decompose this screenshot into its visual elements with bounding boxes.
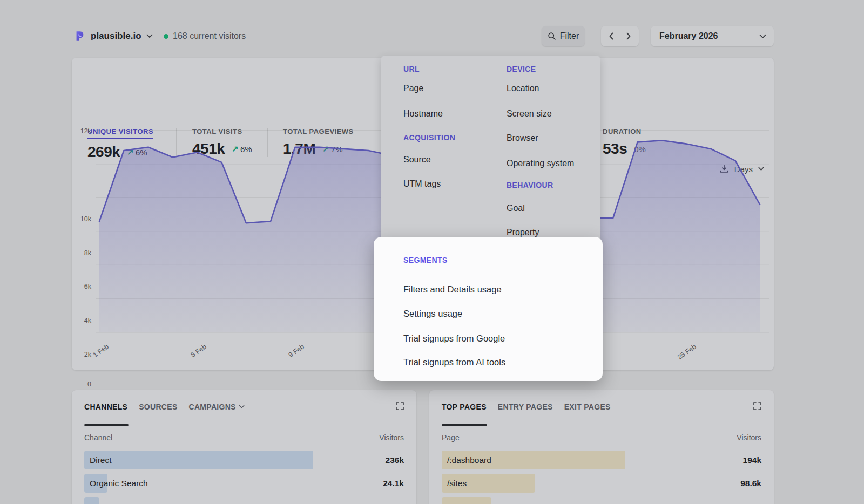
y-tick: 0 xyxy=(74,380,91,388)
filter-dropdown-menu: URL Page Hostname ACQUISITION Source UTM… xyxy=(381,56,600,250)
filter-group-acquisition: ACQUISITION xyxy=(403,133,455,142)
filter-item-hostname[interactable]: Hostname xyxy=(403,109,443,119)
current-visitors[interactable]: 168 current visitors xyxy=(164,26,246,46)
tab-channels[interactable]: CHANNELS xyxy=(84,403,127,411)
segments-spotlight-panel: SEGMENTS Filters and Details usage Setti… xyxy=(374,237,603,381)
segment-settings-usage[interactable]: Settings usage xyxy=(403,309,462,319)
chevron-down-icon xyxy=(146,34,153,38)
filter-item-location[interactable]: Location xyxy=(507,84,539,93)
download-icon[interactable] xyxy=(719,164,729,174)
table-row[interactable]: /sites 98.6k xyxy=(442,474,761,493)
live-dot-icon xyxy=(164,34,168,39)
stat-label: UNIQUE VISITORS xyxy=(87,127,153,139)
stat-value: 53s xyxy=(603,140,627,158)
stat-total-visits[interactable]: TOTAL VISITS 451k ↗6% xyxy=(192,127,252,158)
filter-button-label: Filter xyxy=(560,31,579,41)
chevron-left-icon[interactable] xyxy=(609,32,614,40)
table-row[interactable]: Direct 236k xyxy=(84,451,404,469)
stat-duration[interactable]: DURATION 53s 0% xyxy=(603,127,646,158)
y-tick: 4k xyxy=(74,317,91,324)
filter-item-utm-tags[interactable]: UTM tags xyxy=(403,179,441,189)
filter-button[interactable]: Filter xyxy=(542,26,585,46)
active-tab-underline xyxy=(442,424,487,426)
active-tab-underline xyxy=(84,424,129,426)
row-name: /sites xyxy=(442,479,467,488)
tab-divider xyxy=(442,425,761,425)
interval-controls: Days xyxy=(719,164,764,174)
tab-top-pages[interactable]: TOP PAGES xyxy=(442,403,487,411)
site-switcher[interactable]: plausible.io xyxy=(74,26,153,46)
table-row[interactable]: Organic Search 24.1k xyxy=(84,474,404,493)
filter-item-property[interactable]: Property xyxy=(507,228,539,237)
column-header: Visitors xyxy=(737,433,761,442)
stat-unique-visitors[interactable]: UNIQUE VISITORS 269k ↗6% xyxy=(87,127,153,161)
filter-group-device: DEVICE xyxy=(507,65,536,73)
filter-item-screen-size[interactable]: Screen size xyxy=(507,109,552,119)
row-name: Organic Search xyxy=(84,479,148,488)
up-arrow-icon: ↗ xyxy=(232,144,239,154)
column-header: Page xyxy=(442,433,460,442)
tab-exit-pages[interactable]: EXIT PAGES xyxy=(564,403,611,411)
row-value: 194k xyxy=(743,455,761,465)
date-range-label: February 2026 xyxy=(659,31,718,41)
stat-divider xyxy=(176,128,177,157)
expand-icon[interactable] xyxy=(753,402,761,410)
tab-divider xyxy=(84,425,404,425)
tab-campaigns[interactable]: CAMPAIGNS xyxy=(189,403,245,411)
filter-group-url: URL xyxy=(403,65,420,73)
interval-select[interactable]: Days xyxy=(734,165,753,174)
stat-change: 6% xyxy=(240,145,252,154)
stat-change: 7% xyxy=(331,145,343,154)
y-tick: 6k xyxy=(74,283,91,290)
up-arrow-icon: ↗ xyxy=(127,147,134,157)
search-icon xyxy=(548,32,556,40)
site-name: plausible.io xyxy=(91,31,141,42)
segment-trial-signups-ai-tools[interactable]: Trial signups from AI tools xyxy=(403,357,505,367)
y-tick: 12k xyxy=(74,127,91,135)
row-value: 236k xyxy=(386,455,404,465)
plausible-logo-icon xyxy=(74,30,86,42)
stat-label: TOTAL VISITS xyxy=(192,127,252,135)
up-arrow-icon: ↗ xyxy=(322,144,329,154)
segments-title: SEGMENTS xyxy=(403,256,448,264)
row-name: Direct xyxy=(84,455,111,465)
channels-panel: CHANNELS SOURCES CAMPAIGNS Channel Visit… xyxy=(72,390,416,504)
dashboard-page: plausible.io 168 current visitors Filter… xyxy=(0,0,864,504)
stat-value: 269k xyxy=(87,144,120,161)
tab-entry-pages[interactable]: ENTRY PAGES xyxy=(498,403,553,411)
x-tick: 5 Feb xyxy=(176,343,208,369)
row-name: /:dashboard xyxy=(442,455,491,465)
y-tick: 10k xyxy=(74,215,91,223)
segment-trial-signups-google[interactable]: Trial signups from Google xyxy=(403,333,505,344)
stat-divider xyxy=(375,128,375,157)
column-header: Channel xyxy=(84,433,112,442)
segment-filters-details-usage[interactable]: Filters and Details usage xyxy=(403,284,502,295)
expand-icon[interactable] xyxy=(396,402,404,410)
stat-label: DURATION xyxy=(603,127,646,135)
x-tick: 9 Feb xyxy=(273,343,306,369)
filter-item-source[interactable]: Source xyxy=(403,155,431,165)
stat-divider xyxy=(267,128,268,157)
table-row xyxy=(84,497,404,504)
tab-sources[interactable]: SOURCES xyxy=(139,403,177,411)
stat-change: 0% xyxy=(634,145,646,154)
partial-row-bar xyxy=(84,497,99,504)
stat-value: 1.7M xyxy=(283,140,315,158)
chevron-down-icon[interactable] xyxy=(758,167,764,171)
chevron-right-icon[interactable] xyxy=(626,32,631,40)
row-value: 24.1k xyxy=(383,479,404,488)
stat-total-pageviews[interactable]: TOTAL PAGEVIEWS 1.7M ↗7% xyxy=(283,127,354,158)
partial-row-bar xyxy=(442,497,491,504)
segments-divider xyxy=(388,249,588,249)
chevron-down-icon xyxy=(239,405,245,409)
current-visitors-label: 168 current visitors xyxy=(173,31,246,41)
filter-item-page[interactable]: Page xyxy=(403,84,423,93)
table-row xyxy=(442,497,761,504)
table-row[interactable]: /:dashboard 194k xyxy=(442,451,761,469)
filter-item-goal[interactable]: Goal xyxy=(507,203,525,213)
filter-item-operating-system[interactable]: Operating system xyxy=(507,159,574,168)
date-range-picker[interactable]: February 2026 xyxy=(651,26,774,46)
filter-item-browser[interactable]: Browser xyxy=(507,133,538,143)
stat-change: 6% xyxy=(136,148,147,157)
stat-label: TOTAL PAGEVIEWS xyxy=(283,127,354,135)
